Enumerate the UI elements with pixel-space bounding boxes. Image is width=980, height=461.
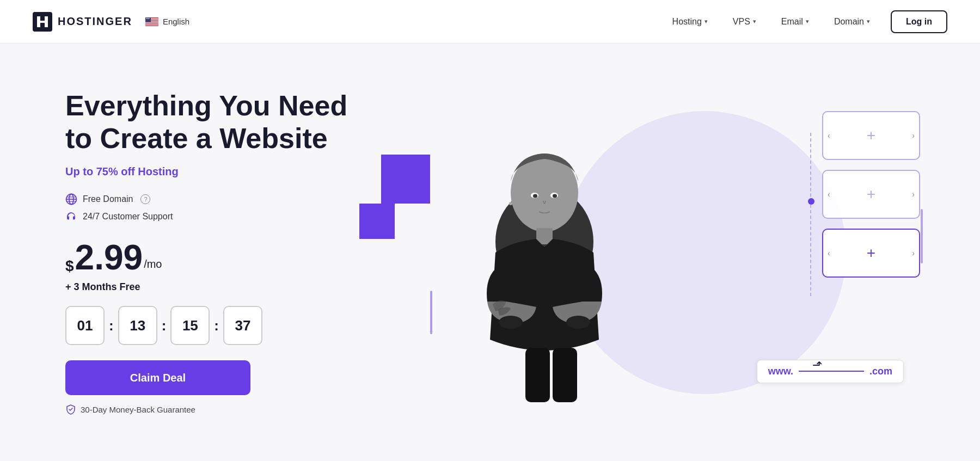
person-image bbox=[446, 133, 642, 416]
login-button[interactable]: Log in bbox=[891, 10, 947, 33]
svg-point-27 bbox=[566, 316, 590, 329]
purple-square-small bbox=[359, 204, 395, 239]
svg-point-9 bbox=[146, 17, 146, 18]
svg-rect-34 bbox=[553, 348, 577, 402]
logo[interactable]: HOSTINGER bbox=[33, 12, 132, 32]
card-plus-icon-2: + bbox=[867, 186, 875, 203]
purple-square-large bbox=[381, 155, 430, 204]
price-main: 2.99 bbox=[75, 240, 143, 275]
domain-bar: www. .com bbox=[757, 360, 904, 383]
info-icon[interactable]: ? bbox=[140, 194, 150, 204]
card-nav-left-icon-3: ‹ bbox=[828, 249, 830, 257]
price-per-month: /mo bbox=[144, 258, 162, 271]
svg-point-10 bbox=[146, 17, 147, 18]
accent-line-right bbox=[921, 209, 923, 263]
countdown-millis: 37 bbox=[223, 306, 262, 345]
shield-icon bbox=[65, 404, 76, 415]
svg-rect-6 bbox=[145, 23, 158, 24]
cursor-icon: ⬏ bbox=[812, 358, 822, 372]
price-row: $ 2.99 /mo bbox=[65, 240, 348, 275]
person-silhouette bbox=[446, 133, 642, 416]
hero-subtitle: Up to 75% off Hosting bbox=[65, 165, 348, 178]
free-domain-label: Free Domain bbox=[83, 194, 133, 204]
chevron-down-icon: ▾ bbox=[806, 18, 809, 25]
globe-icon bbox=[65, 193, 77, 205]
nav-hosting[interactable]: Hosting ▾ bbox=[663, 13, 718, 31]
accent-line-left bbox=[430, 291, 432, 334]
chevron-down-icon: ▾ bbox=[867, 18, 870, 25]
countdown-minutes: 13 bbox=[118, 306, 157, 345]
header: HOSTINGER English bbox=[0, 0, 980, 44]
guarantee-text: 30-Day Money-Back Guarantee bbox=[65, 404, 348, 415]
card-nav-left-icon: ‹ bbox=[828, 131, 830, 140]
svg-point-30 bbox=[533, 194, 537, 198]
hero-illustration: ‹ + › ‹ + › ‹ + › www. .com ⬏ bbox=[348, 89, 947, 416]
card-plus-icon-3: + bbox=[867, 244, 875, 262]
nav-vps[interactable]: VPS ▾ bbox=[723, 13, 766, 31]
countdown-sep-1: : bbox=[109, 317, 114, 334]
svg-point-15 bbox=[147, 18, 148, 19]
domain-dotcom: .com bbox=[869, 366, 892, 377]
us-flag-icon bbox=[145, 17, 158, 26]
svg-point-32 bbox=[509, 202, 512, 205]
countdown-timer: 01 : 13 : 15 : 37 bbox=[65, 306, 348, 345]
card-nav-right-icon-3: › bbox=[912, 249, 915, 257]
chevron-down-icon: ▾ bbox=[705, 18, 708, 25]
dashed-line bbox=[810, 133, 811, 296]
svg-point-14 bbox=[146, 18, 147, 19]
svg-point-11 bbox=[148, 17, 148, 18]
hero-title: Everything You Need to Create a Website bbox=[65, 90, 348, 155]
svg-point-12 bbox=[148, 17, 149, 18]
lang-label: English bbox=[163, 17, 189, 26]
price-block: $ 2.99 /mo bbox=[65, 240, 348, 275]
svg-rect-33 bbox=[525, 348, 550, 402]
svg-rect-5 bbox=[145, 22, 158, 22]
svg-rect-7 bbox=[145, 24, 158, 25]
language-selector[interactable]: English bbox=[145, 17, 189, 26]
countdown-sep-2: : bbox=[162, 317, 167, 334]
countdown-hours: 01 bbox=[65, 306, 105, 345]
hero-section: Everything You Need to Create a Website … bbox=[0, 44, 980, 461]
price-bonus: + 3 Months Free bbox=[65, 281, 348, 293]
price-dollar: $ bbox=[65, 257, 74, 275]
domain-www: www. bbox=[768, 366, 793, 377]
ui-card-3-active: ‹ + › bbox=[822, 229, 920, 278]
dashed-dot bbox=[808, 198, 814, 205]
svg-point-16 bbox=[148, 18, 149, 19]
features-list: Free Domain ? 24/7 Customer Support bbox=[65, 193, 348, 223]
nav-domain[interactable]: Domain ▾ bbox=[824, 13, 880, 31]
countdown-seconds: 15 bbox=[170, 306, 210, 345]
hostinger-logo-icon bbox=[33, 12, 52, 32]
countdown-sep-3: : bbox=[214, 317, 219, 334]
svg-point-17 bbox=[149, 18, 149, 19]
card-plus-icon-1: + bbox=[867, 127, 875, 144]
card-nav-right-icon: › bbox=[912, 131, 915, 140]
svg-point-13 bbox=[149, 17, 150, 18]
svg-point-31 bbox=[553, 194, 557, 198]
feature-free-domain: Free Domain ? bbox=[65, 193, 348, 205]
ui-card-1: ‹ + › bbox=[822, 111, 920, 160]
main-nav: Hosting ▾ VPS ▾ Email ▾ Domain ▾ Log in bbox=[663, 10, 947, 33]
card-nav-right-icon-2: › bbox=[912, 190, 915, 199]
headset-icon bbox=[65, 211, 77, 223]
ui-cards: ‹ + › ‹ + › ‹ + › bbox=[822, 111, 920, 278]
hero-content: Everything You Need to Create a Website … bbox=[65, 90, 348, 415]
ui-card-2: ‹ + › bbox=[822, 170, 920, 219]
domain-input-underline bbox=[799, 371, 864, 372]
nav-email[interactable]: Email ▾ bbox=[771, 13, 819, 31]
card-nav-left-icon-2: ‹ bbox=[828, 190, 830, 199]
logo-text: HOSTINGER bbox=[58, 15, 132, 28]
header-left: HOSTINGER English bbox=[33, 12, 189, 32]
customer-support-label: 24/7 Customer Support bbox=[83, 212, 173, 222]
svg-point-26 bbox=[499, 316, 523, 329]
feature-customer-support: 24/7 Customer Support bbox=[65, 211, 348, 223]
claim-deal-button[interactable]: Claim Deal bbox=[65, 360, 250, 395]
chevron-down-icon: ▾ bbox=[753, 18, 756, 25]
